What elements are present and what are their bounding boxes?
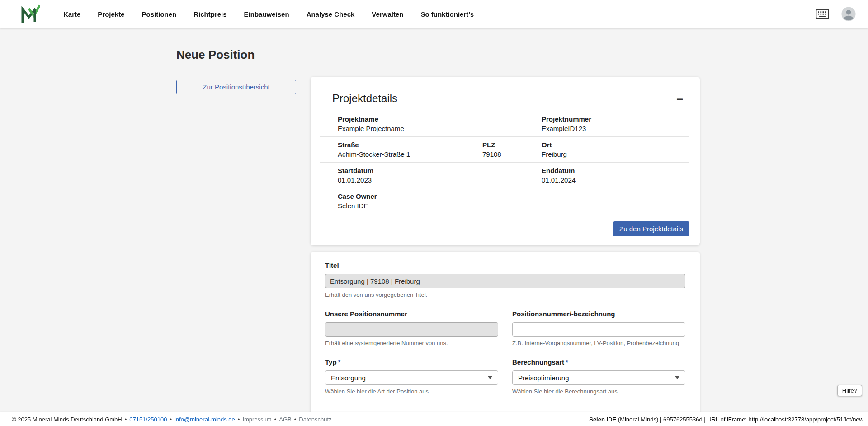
ort-value: Freiburg [542,150,689,158]
strasse-label: Straße [338,141,482,149]
mineral-minds-logo[interactable] [20,4,40,24]
required-asterisk: * [338,358,341,366]
positionsnummer-label: Positionsnummer/-bezeichnung [512,310,685,318]
typ-select[interactable]: Entsorgung [325,370,498,385]
left-column: Zur Positionsübersicht [176,77,296,94]
titel-input [325,274,685,288]
strasse-value: Achim-Stocker-Straße 1 [338,150,482,158]
top-navigation-bar: Karte Projekte Positionen Richtpreis Ein… [0,0,868,28]
plz-label: PLZ [482,141,542,149]
table-row: Startdatum 01.01.2023 Enddatum 01.01.202… [320,162,689,188]
projektname-label: Projektname [338,115,482,123]
table-row: Straße Achim-Stocker-Straße 1 PLZ 79108 … [320,136,689,162]
right-column: Projektdetails – Projektname Example Pro… [311,77,700,426]
nav-item-positionen[interactable]: Positionen [142,10,177,18]
nav-item-richtpreis[interactable]: Richtpreis [193,10,226,18]
phone-link[interactable]: 07151/250100 [129,416,167,423]
position-form-card: Titel Erhält den von uns vorgegebenen Ti… [311,252,700,426]
footer-separator: • [274,416,277,423]
berechnungsart-select-value: Preisoptimierung [518,374,569,382]
nav-item-einbauweisen[interactable]: Einbauweisen [244,10,289,18]
berechnungsart-label: Berechnungsart* [512,358,685,366]
unsere-positionsnummer-input [325,322,498,337]
help-button[interactable]: Hilfe? [837,385,862,396]
title-divider [176,70,700,70]
enddatum-label: Enddatum [542,167,689,174]
footer-separator: • [125,416,127,423]
startdatum-label: Startdatum [338,167,482,174]
nav-item-analyse-check[interactable]: Analyse Check [307,10,355,18]
email-link[interactable]: info@mineral-minds.de [175,416,235,423]
projektnummer-label: Projektnummer [542,115,689,123]
berechnungsart-field: Berechnungsart* Preisoptimierung Wählen … [512,358,685,395]
nav-item-so-funktionierts[interactable]: So funktioniert's [420,10,474,18]
table-row: Case Owner Selen IDE [320,188,689,214]
case-owner-label: Case Owner [338,192,482,200]
projektname-value: Example Projectname [338,125,482,132]
project-details-button[interactable]: Zu den Projektdetails [613,221,689,236]
page-title: Neue Position [176,48,700,62]
case-owner-value: Selen IDE [338,202,482,210]
impressum-link[interactable]: Impressum [242,416,271,423]
footer-separator: • [238,416,240,423]
typ-label: Typ* [325,358,498,366]
datenschutz-link[interactable]: Datenschutz [299,416,331,423]
footer-separator: • [170,416,172,423]
required-asterisk: * [566,358,568,366]
nav-item-karte[interactable]: Karte [63,10,80,18]
titel-field: Titel Erhält den von uns vorgegebenen Ti… [325,262,685,298]
berechnungsart-select[interactable]: Preisoptimierung [512,370,685,385]
unsere-positionsnummer-helper: Erhält eine systemgenerierte Nummer von … [325,340,498,346]
main-nav: Karte Projekte Positionen Richtpreis Ein… [63,10,474,18]
main-content: Neue Position Zur Positionsübersicht Pro… [176,28,700,426]
chevron-down-icon [488,376,492,379]
project-details-table: Projektname Example Projectname Projektn… [320,111,689,214]
project-details-card: Projektdetails – Projektname Example Pro… [311,77,700,245]
projektnummer-value: ExampleID123 [542,125,689,132]
typ-helper: Wählen Sie hier die Art der Position aus… [325,388,498,395]
typ-select-value: Entsorgung [331,374,366,382]
agb-link[interactable]: AGB [279,416,291,423]
session-details: (Mineral Minds) | 69576255536d | URL of … [616,416,863,423]
positionsnummer-helper: Z.B. Interne-Vorgangsnummer, LV-Position… [512,340,685,346]
titel-helper: Erhält den von uns vorgegebenen Titel. [325,291,685,298]
footer-separator: • [294,416,297,423]
chevron-down-icon [675,376,679,379]
collapse-icon[interactable]: – [677,93,683,104]
berechnungsart-helper: Wählen Sie hier die Berechnungsart aus. [512,388,685,395]
footer: © 2025 Mineral Minds Deutschland GmbH • … [0,412,868,426]
positions-overview-button[interactable]: Zur Positionsübersicht [176,80,296,94]
keyboard-icon[interactable] [816,9,829,19]
copyright-text: © 2025 Mineral Minds Deutschland GmbH [12,416,122,423]
project-details-heading: Projektdetails [332,92,397,105]
typ-field: Typ* Entsorgung Wählen Sie hier die Art … [325,358,498,395]
table-row: Projektname Example Projectname Projektn… [320,111,689,136]
positionsnummer-field: Positionsnummer/-bezeichnung Z.B. Intern… [512,310,685,346]
startdatum-value: 01.01.2023 [338,176,482,184]
titel-label: Titel [325,262,685,269]
nav-item-verwalten[interactable]: Verwalten [372,10,403,18]
unsere-positionsnummer-field: Unsere Positionsnummer Erhält eine syste… [325,310,498,346]
plz-value: 79108 [482,150,542,158]
session-info: Selen IDE (Mineral Minds) | 69576255536d… [589,416,863,423]
session-user: Selen IDE [589,416,616,423]
nav-item-projekte[interactable]: Projekte [98,10,124,18]
positionsnummer-input[interactable] [512,322,685,337]
user-avatar-icon[interactable] [841,6,856,22]
ort-label: Ort [542,141,689,149]
enddatum-value: 01.01.2024 [542,176,689,184]
unsere-positionsnummer-label: Unsere Positionsnummer [325,310,498,318]
